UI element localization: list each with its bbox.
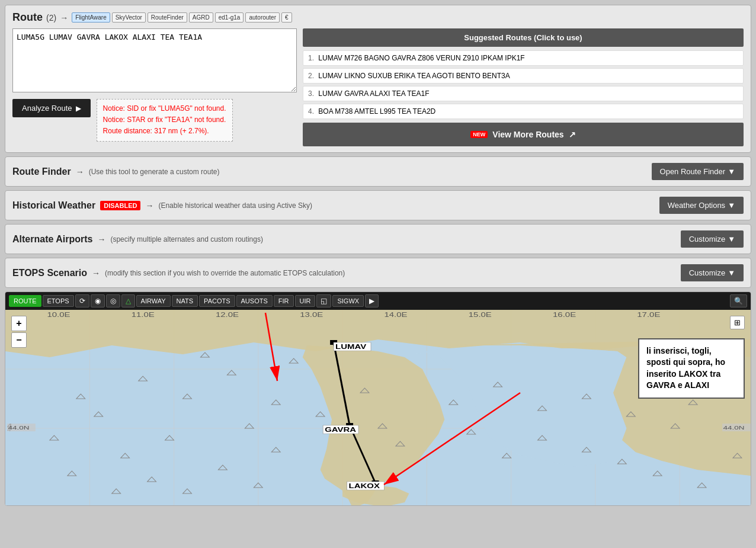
provider-autorouter[interactable]: autorouter	[245, 12, 280, 23]
map-btn-ausots[interactable]: AUSOTS	[236, 295, 273, 307]
svg-text:LUMAV: LUMAV	[335, 344, 367, 351]
analyze-arrow-icon: ▶	[76, 104, 81, 113]
analyze-label: Analyze Route	[22, 104, 72, 113]
map-btn-refresh[interactable]: ⟳	[75, 294, 89, 307]
alternate-airports-arrow: →	[97, 235, 105, 244]
svg-text:16.0E: 16.0E	[553, 312, 576, 319]
suggested-route-2-text: LUMAV LIKNO SUXUB ERIKA TEA AGOTI BENTO …	[318, 72, 510, 80]
alternate-airports-section: Alternate Airports → (specify multiple a…	[5, 224, 751, 254]
etops-title: ETOPS Scenario	[12, 268, 87, 278]
map-btn-play[interactable]: ▶	[365, 294, 379, 307]
route-header-arrow: →	[60, 13, 68, 23]
historical-weather-section: Historical Weather DISABLED → (Enable hi…	[5, 190, 751, 220]
map-btn-circle1[interactable]: ◉	[91, 294, 105, 307]
route-count: (2)	[46, 13, 56, 23]
map-layers-button[interactable]: ⊞	[730, 316, 745, 329]
route-finder-row: Route Finder → (Use this tool to generat…	[12, 163, 744, 180]
notice-line-3: Route distance: 317 nm (+ 2.7%).	[103, 126, 226, 137]
weather-options-button[interactable]: Weather Options ▼	[659, 197, 744, 214]
zoom-out-button[interactable]: −	[11, 332, 27, 348]
map-btn-square[interactable]: ◱	[316, 294, 331, 307]
item-num-2: 2.	[308, 72, 314, 80]
etops-row: ETOPS Scenario → (modify this section if…	[12, 264, 744, 281]
map-btn-sigwx[interactable]: SIGWX	[332, 295, 364, 307]
map-btn-airway[interactable]: AIRWAY	[136, 295, 171, 307]
map-zoom-controls: + −	[11, 316, 27, 348]
map-btn-uir[interactable]: UIR	[295, 295, 316, 307]
map-btn-triangle[interactable]: △	[121, 294, 135, 307]
svg-text:12.0E: 12.0E	[216, 312, 239, 319]
route-finder-section: Route Finder → (Use this tool to generat…	[5, 156, 751, 187]
svg-text:14.0E: 14.0E	[384, 312, 407, 319]
svg-text:13.0E: 13.0E	[300, 312, 323, 319]
item-num-3: 3.	[308, 89, 314, 98]
item-num-1: 1.	[308, 54, 314, 62]
provider-agrd[interactable]: AGRD	[189, 12, 213, 23]
historical-weather-desc: (Enable historical weather data using Ac…	[158, 201, 312, 210]
suggested-route-3-text: LUMAV GAVRA ALAXI TEA TEA1F	[318, 89, 429, 98]
map-btn-circle2[interactable]: ◎	[106, 294, 120, 307]
provider-euro[interactable]: €	[281, 12, 292, 23]
svg-text:10.0E: 10.0E	[47, 312, 70, 319]
route-finder-desc: (Use this tool to generate a custom rout…	[89, 168, 220, 176]
map-btn-nats[interactable]: NATS	[172, 295, 198, 307]
map-btn-pacots[interactable]: PACOTS	[199, 295, 235, 307]
map-container: ROUTE ETOPS ⟳ ◉ ◎ △ AIRWAY NATS PACOTS A…	[5, 291, 751, 506]
alternate-airports-row: Alternate Airports → (specify multiple a…	[12, 230, 744, 248]
svg-text:15.0E: 15.0E	[469, 312, 492, 319]
suggested-route-2[interactable]: 2. LUMAV LIKNO SUXUB ERIKA TEA AGOTI BEN…	[303, 68, 744, 84]
map-area[interactable]: LUMAV GAVRA LAKOX 10.0E 11.0E 12.0E 13.0…	[5, 310, 751, 505]
view-more-label: View More Routes	[492, 130, 563, 139]
historical-weather-row: Historical Weather DISABLED → (Enable hi…	[12, 197, 744, 214]
map-search-button[interactable]: 🔍	[730, 294, 747, 307]
analyze-route-button[interactable]: Analyze Route ▶	[12, 99, 91, 117]
provider-skyvector[interactable]: SkyVector	[112, 12, 146, 23]
map-btn-etops[interactable]: ETOPS	[43, 295, 74, 307]
etops-customize-button[interactable]: Customize ▼	[681, 264, 744, 281]
map-btn-route[interactable]: ROUTE	[9, 295, 41, 307]
svg-text:LAKOX: LAKOX	[349, 483, 380, 490]
provider-routefinder[interactable]: RouteFinder	[148, 12, 187, 23]
suggested-routes-list: 1. LUMAV M726 BAGNO GAVRA Z806 VERUN Z91…	[303, 50, 744, 119]
new-badge: NEW	[470, 131, 488, 138]
etops-section: ETOPS Scenario → (modify this section if…	[5, 258, 751, 288]
open-route-finder-label: Open Route Finder	[660, 167, 726, 176]
etops-left: ETOPS Scenario → (modify this section if…	[12, 268, 345, 278]
notice-line-1: Notice: SID or fix "LUMA5G" not found.	[103, 103, 226, 114]
layers-icon: ⊞	[734, 318, 741, 327]
svg-text:11.0E: 11.0E	[132, 312, 155, 319]
suggested-route-4-text: BOA M738 AMTEL L995 TEA TEA2D	[318, 107, 435, 116]
weather-options-label: Weather Options	[668, 201, 725, 210]
annotation-text: li inserisci, togli, sposti qui sopra, h…	[646, 346, 725, 390]
historical-weather-arrow: →	[145, 201, 153, 210]
provider-ed1g1a[interactable]: ed1-g1a	[215, 12, 244, 23]
suggested-route-3[interactable]: 3. LUMAV GAVRA ALAXI TEA TEA1F	[303, 86, 744, 101]
provider-buttons: FlightAware SkyVector RouteFinder AGRD e…	[72, 12, 291, 23]
suggested-route-1[interactable]: 1. LUMAV M726 BAGNO GAVRA Z806 VERUN Z91…	[303, 50, 744, 66]
alternate-airports-customize-button[interactable]: Customize ▼	[681, 230, 744, 248]
route-section: Route (2) → FlightAware SkyVector RouteF…	[5, 5, 751, 153]
route-input[interactable]: LUMA5G LUMAV GAVRA LAKOX ALAXI TEA TEA1A	[12, 28, 297, 92]
analyze-row: Analyze Route ▶ Notice: SID or fix "LUMA…	[12, 99, 297, 142]
notice-box: Notice: SID or fix "LUMA5G" not found. N…	[97, 99, 233, 142]
weather-options-arrow: ▼	[728, 201, 735, 210]
map-btn-fir[interactable]: FIR	[274, 295, 294, 307]
alternate-airports-title: Alternate Airports	[12, 234, 92, 245]
item-num-4: 4.	[308, 107, 314, 116]
suggested-route-4[interactable]: 4. BOA M738 AMTEL L995 TEA TEA2D	[303, 104, 744, 119]
etops-customize-arrow: ▼	[728, 268, 735, 277]
etops-arrow: →	[92, 268, 100, 278]
svg-text:GAVRA: GAVRA	[325, 427, 356, 434]
svg-text:44.0N: 44.0N	[8, 425, 29, 430]
provider-flightaware[interactable]: FlightAware	[72, 12, 110, 23]
external-link-icon: ↗	[569, 130, 576, 139]
zoom-in-button[interactable]: +	[11, 316, 27, 331]
open-route-finder-button[interactable]: Open Route Finder ▼	[652, 163, 744, 180]
etops-customize-label: Customize	[689, 268, 725, 277]
open-route-finder-arrow: ▼	[728, 167, 735, 176]
view-more-routes-button[interactable]: NEW View More Routes ↗	[303, 123, 744, 146]
route-right: Suggested Routes (Click to use) 1. LUMAV…	[303, 28, 744, 146]
historical-weather-left: Historical Weather DISABLED → (Enable hi…	[12, 200, 312, 211]
route-header: Route (2) → FlightAware SkyVector RouteF…	[12, 11, 744, 24]
main-container: Route (2) → FlightAware SkyVector RouteF…	[0, 0, 756, 511]
